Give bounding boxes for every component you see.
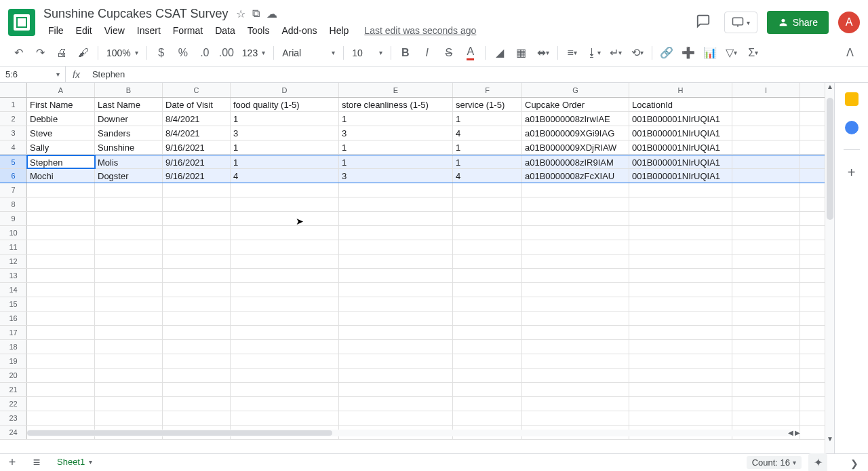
cell[interactable] — [27, 411, 95, 425]
formula-bar[interactable]: Stephen — [87, 69, 868, 79]
cell[interactable] — [732, 297, 800, 311]
cell[interactable] — [231, 297, 339, 311]
cell[interactable] — [339, 397, 453, 411]
cell[interactable] — [27, 383, 95, 396]
cell[interactable] — [453, 397, 522, 411]
addons-plus-icon[interactable]: + — [848, 165, 856, 181]
cell[interactable] — [95, 369, 163, 382]
cell[interactable] — [800, 255, 827, 268]
cell[interactable]: 001B000001NIrUQIA1 — [629, 140, 732, 154]
cell[interactable]: store cleanliness (1-5) — [339, 98, 453, 111]
row-header[interactable]: 4 — [0, 140, 27, 154]
cell[interactable] — [800, 226, 827, 240]
cell[interactable] — [95, 411, 163, 425]
cell[interactable]: Sally — [27, 140, 95, 154]
cell[interactable] — [453, 183, 522, 197]
cell[interactable] — [629, 283, 732, 297]
cell[interactable] — [339, 212, 453, 225]
cell[interactable] — [800, 126, 827, 140]
col-header[interactable]: B — [95, 83, 163, 97]
cell[interactable]: service (1-5) — [453, 98, 522, 111]
zoom-select[interactable]: 100%▾ — [102, 48, 142, 58]
cell[interactable] — [800, 197, 827, 211]
cell[interactable]: Steve — [27, 126, 95, 140]
cell[interactable] — [27, 240, 95, 254]
cell[interactable] — [629, 183, 732, 197]
row-header[interactable]: 21 — [0, 383, 27, 396]
cell[interactable]: LocationId — [629, 98, 732, 111]
cell[interactable]: First Name — [27, 98, 95, 111]
cell[interactable] — [732, 369, 800, 382]
count-badge[interactable]: Count: 16▾ — [747, 456, 802, 469]
cell[interactable]: 1 — [453, 140, 522, 154]
filter-icon[interactable]: ▽▾ — [722, 43, 742, 63]
cell[interactable] — [732, 255, 800, 268]
cell[interactable] — [95, 383, 163, 396]
cell[interactable]: 1 — [231, 112, 339, 126]
cell[interactable] — [95, 183, 163, 197]
cell[interactable] — [339, 240, 453, 254]
cell[interactable] — [27, 212, 95, 225]
cell[interactable] — [453, 269, 522, 282]
hscroll-left-icon[interactable]: ◀ — [788, 429, 793, 436]
cell[interactable] — [27, 297, 95, 311]
dec-increase-icon[interactable]: .00 — [216, 43, 237, 63]
valign-icon[interactable]: ⭳▾ — [584, 43, 604, 63]
cell[interactable] — [732, 240, 800, 254]
col-header[interactable]: E — [339, 83, 453, 97]
cell[interactable]: 4 — [231, 169, 339, 183]
cell[interactable] — [163, 411, 231, 425]
cell[interactable] — [27, 283, 95, 297]
row-header[interactable]: 12 — [0, 255, 27, 268]
cell[interactable] — [231, 312, 339, 325]
row-header[interactable]: 16 — [0, 312, 27, 325]
cell[interactable] — [163, 283, 231, 297]
cell[interactable] — [522, 240, 629, 254]
hscroll-right-icon[interactable]: ▶ — [795, 429, 800, 436]
cell[interactable] — [800, 112, 827, 126]
cell[interactable] — [522, 255, 629, 268]
row-header[interactable]: 2 — [0, 112, 27, 126]
cell[interactable] — [800, 140, 827, 154]
cell[interactable] — [453, 212, 522, 225]
cell[interactable] — [522, 269, 629, 282]
move-icon[interactable]: ⧉ — [252, 7, 260, 20]
cell[interactable] — [231, 369, 339, 382]
cell[interactable] — [800, 369, 827, 382]
cell[interactable]: Cupcake Order — [522, 98, 629, 111]
paint-format-icon[interactable]: 🖌 — [73, 43, 94, 63]
cell[interactable]: 1 — [453, 112, 522, 126]
col-header[interactable]: H — [629, 83, 732, 97]
explore-icon[interactable]: ✦ — [808, 453, 827, 472]
doc-title[interactable]: Sunshine Cupcakes CSAT Survey — [43, 7, 228, 21]
cell[interactable] — [231, 226, 339, 240]
cell[interactable]: a01B0000008zIrwIAE — [522, 112, 629, 126]
keep-icon[interactable] — [845, 92, 859, 106]
row-header[interactable]: 14 — [0, 283, 27, 297]
cell[interactable] — [732, 340, 800, 354]
tasks-icon[interactable] — [845, 121, 859, 134]
cell[interactable]: Mochi — [27, 169, 95, 183]
cell[interactable] — [522, 197, 629, 211]
cell[interactable]: a01B0000008zFcXIAU — [522, 169, 629, 183]
cell[interactable] — [732, 354, 800, 368]
cell[interactable]: a01B0000009XGi9IAG — [522, 126, 629, 140]
cell[interactable] — [629, 297, 732, 311]
cell[interactable] — [453, 312, 522, 325]
cell[interactable] — [27, 255, 95, 268]
menu-insert[interactable]: Insert — [132, 22, 165, 39]
cell[interactable] — [629, 255, 732, 268]
side-collapse-icon[interactable]: ❯ — [850, 458, 859, 469]
cell[interactable] — [231, 283, 339, 297]
col-header[interactable]: A — [27, 83, 95, 97]
row-header[interactable]: 23 — [0, 411, 27, 425]
cell[interactable] — [800, 183, 827, 197]
cell[interactable] — [732, 140, 800, 154]
cell[interactable] — [629, 197, 732, 211]
cell[interactable] — [629, 411, 732, 425]
cell[interactable] — [800, 383, 827, 396]
cell[interactable] — [732, 312, 800, 325]
rotate-icon[interactable]: ⟲▾ — [627, 43, 648, 63]
cell[interactable] — [95, 340, 163, 354]
cell[interactable] — [163, 269, 231, 282]
